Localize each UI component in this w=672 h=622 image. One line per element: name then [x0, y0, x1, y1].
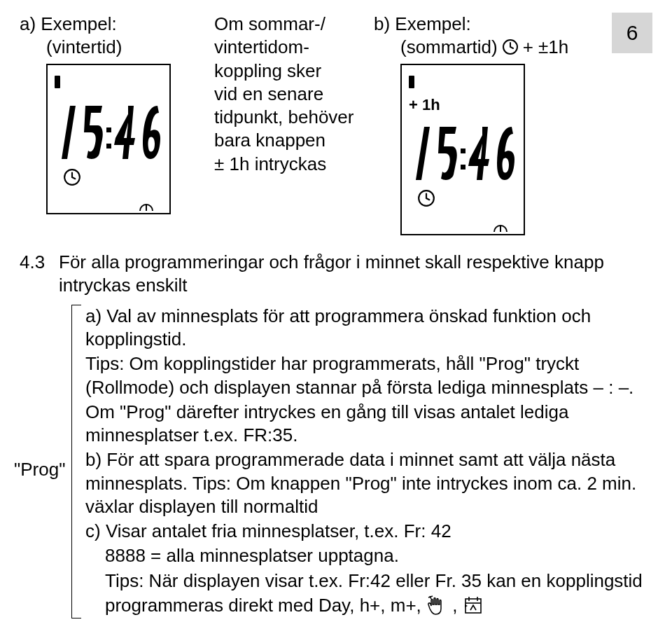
prog-text: a) Val av minnesplats för att programmer… [81, 305, 652, 618]
example-a-sub: (vintertid) [20, 36, 202, 59]
mid-line: bara knappen [214, 129, 361, 152]
page-number: 6 [626, 20, 638, 46]
turn-knob-icon [493, 216, 508, 230]
prog-a2: Tips: Om kopplingstider har programmerat… [85, 352, 652, 399]
middle-text: Om sommar-/ vintertidom- koppling sker v… [214, 13, 361, 176]
mid-line: vid en senare [214, 83, 361, 106]
prog-c3a: Tips: När displayen visar t.ex. Fr:42 el… [85, 569, 652, 593]
prog-c2: 8888 = alla minnesplatser upptagna. [85, 544, 652, 567]
section-text: För alla programmeringar och frågor i mi… [59, 251, 652, 298]
mid-line: Om sommar-/ [214, 13, 361, 36]
example-a-heading: a) Exempel: [20, 13, 202, 36]
clock-icon [63, 168, 81, 192]
lcd-display-a [46, 64, 171, 215]
mid-line: vintertidom- [214, 36, 361, 59]
clock-icon [417, 189, 435, 213]
example-b: b) Exempel: (sommartid) + ±1h + 1h [374, 13, 619, 235]
lcd-time-a [55, 104, 162, 161]
lcd-time-b [409, 125, 517, 182]
prog-block: "Prog" a) Val av minnesplats för att pro… [20, 305, 652, 618]
example-a: a) Exempel: (vintertid) [20, 13, 202, 214]
section-number: 4.3 [20, 251, 59, 298]
indicator-icon [55, 76, 60, 88]
example-b-suffix: + ±1h [523, 36, 569, 59]
prog-a3: Om "Prog" därefter intryckes en gång til… [85, 401, 652, 448]
indicator-icon [409, 76, 414, 88]
turn-knob-icon [139, 195, 154, 209]
mid-line: koppling sker [214, 60, 361, 83]
example-b-sub: (sommartid) [374, 36, 498, 59]
mid-line: ± 1h intryckas [214, 153, 361, 176]
prog-c3-line: programmeras direkt med Day, h+, m+, , [85, 594, 652, 617]
clock-icon [502, 36, 519, 59]
page-number-badge: 6 [612, 13, 652, 53]
prog-a1: a) Val av minnesplats för att programmer… [85, 305, 652, 352]
prog-c3b: programmeras direkt med Day, h+, m+, [105, 595, 426, 616]
prog-b1: b) För att spara programmerade data i mi… [85, 448, 652, 518]
hand-icon [426, 595, 447, 616]
plus-1h-indicator: + 1h [409, 95, 517, 115]
prog-label: "Prog" [14, 458, 68, 481]
section-4-3: 4.3 För alla programmeringar och frågor … [20, 251, 652, 298]
mid-line: tidpunkt, behöver [214, 106, 361, 129]
bracket-icon [71, 305, 81, 618]
prog-c1: c) Visar antalet fria minnesplatser, t.e… [85, 520, 652, 543]
calendar-icon [463, 595, 484, 616]
prog-c3c: , [452, 595, 462, 616]
examples-row: a) Exempel: (vintertid) Om sommar-/ vi [20, 13, 652, 235]
example-b-heading: b) Exempel: [374, 13, 619, 36]
lcd-display-b: + 1h [400, 64, 525, 236]
